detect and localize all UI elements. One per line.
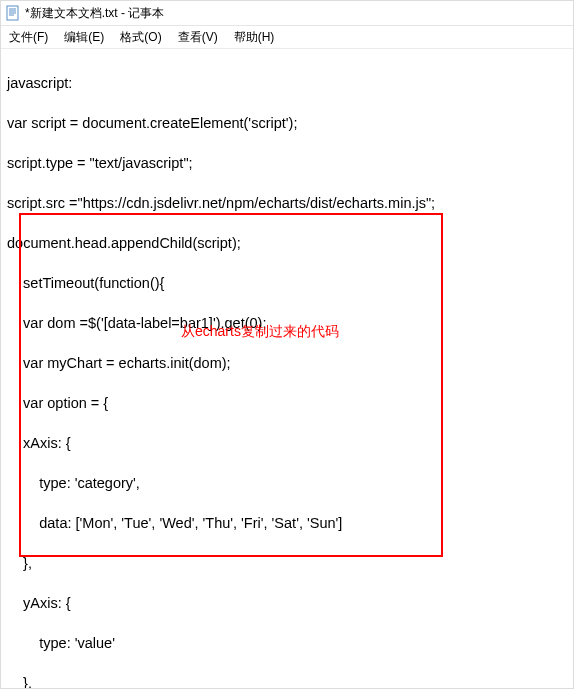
code-line: var script = document.createElement('scr…	[7, 113, 567, 133]
menu-file[interactable]: 文件(F)	[5, 27, 52, 48]
code-line: data: ['Mon', 'Tue', 'Wed', 'Thu', 'Fri'…	[7, 513, 567, 533]
code-line: var dom =$('[data-label=bar1]').get(0);	[7, 313, 567, 333]
menu-format[interactable]: 格式(O)	[116, 27, 165, 48]
menu-edit[interactable]: 编辑(E)	[60, 27, 108, 48]
code-line: document.head.appendChild(script);	[7, 233, 567, 253]
code-line: var option = {	[7, 393, 567, 413]
window-title: *新建文本文档.txt - 记事本	[25, 5, 164, 22]
code-line: var myChart = echarts.init(dom);	[7, 353, 567, 373]
highlight-box	[19, 213, 443, 557]
code-line: xAxis: {	[7, 433, 567, 453]
code-line: script.src ="https://cdn.jsdelivr.net/np…	[7, 193, 567, 213]
code-line: setTimeout(function(){	[7, 273, 567, 293]
menu-bar: 文件(F) 编辑(E) 格式(O) 查看(V) 帮助(H)	[1, 26, 573, 49]
notepad-icon	[5, 5, 21, 21]
code-line: },	[7, 553, 567, 573]
title-bar: *新建文本文档.txt - 记事本	[1, 1, 573, 26]
text-area[interactable]: javascript: var script = document.create…	[1, 49, 573, 688]
notepad-window: *新建文本文档.txt - 记事本 文件(F) 编辑(E) 格式(O) 查看(V…	[0, 0, 574, 689]
code-line: javascript:	[7, 73, 567, 93]
code-line: type: 'value'	[7, 633, 567, 653]
code-line: type: 'category',	[7, 473, 567, 493]
code-line: },	[7, 673, 567, 688]
code-line: script.type = "text/javascript";	[7, 153, 567, 173]
menu-help[interactable]: 帮助(H)	[230, 27, 279, 48]
menu-view[interactable]: 查看(V)	[174, 27, 222, 48]
code-line: yAxis: {	[7, 593, 567, 613]
